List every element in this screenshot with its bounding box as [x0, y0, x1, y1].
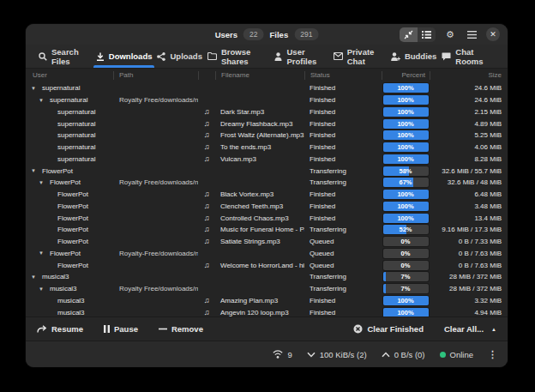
- online-status[interactable]: Online: [440, 350, 473, 359]
- upload-speed-indicator[interactable]: 0 B/s (0): [382, 350, 425, 359]
- download-speed-indicator[interactable]: 100 KiB/s (2): [307, 350, 367, 359]
- table-row[interactable]: ▼ FlowerPot ♫ Welcome to HorrorLand - hi…: [27, 259, 506, 271]
- column-header-path[interactable]: Path: [113, 71, 198, 80]
- expander-icon[interactable]: ▼: [31, 274, 42, 280]
- user-name: FlowerPot: [50, 178, 81, 186]
- table-row[interactable]: ▼ supernatural Royalty Free/downloads/ni…: [27, 94, 506, 106]
- tab-private-chat[interactable]: Private Chat: [331, 45, 388, 68]
- column-header-percent[interactable]: Percent: [382, 71, 430, 80]
- filename-cell: [215, 94, 304, 106]
- table-row[interactable]: ▼ FlowerPot Royalty Free/downloads/nicot…: [27, 177, 506, 189]
- column-header-icon[interactable]: [198, 71, 215, 80]
- percent-cell: 0%: [382, 248, 430, 260]
- expander-icon[interactable]: ▼: [39, 180, 50, 185]
- filename-cell: Controlled Chaos.mp3: [215, 212, 304, 224]
- table-row[interactable]: ▼ FlowerPot ♫ Controlled Chaos.mp3 Finis…: [27, 212, 506, 224]
- users-count-badge: 22: [243, 28, 263, 40]
- chevron-up-icon: [382, 352, 390, 358]
- status-cell: Finished: [304, 118, 382, 130]
- table-row[interactable]: ▼ musical3 ♫ Amazing Plan.mp3 Finished 1…: [27, 295, 506, 307]
- clear-finished-button[interactable]: Clear Finished: [353, 324, 423, 334]
- resume-button[interactable]: Resume: [37, 324, 83, 334]
- status-text: Finished: [304, 84, 335, 92]
- status-cell: Finished: [304, 142, 382, 154]
- table-row[interactable]: ▼ supernatural ♫ Frost Waltz (Alternate)…: [27, 130, 506, 142]
- statusbar-menu-button[interactable]: ⋮: [488, 349, 497, 360]
- size-text: 9.16 MiB / 17.3 MiB: [442, 226, 506, 233]
- table-row[interactable]: ▼ FlowerPot ♫ Music for Funeral Home - P…: [27, 224, 506, 236]
- tab-user-profiles[interactable]: User Profiles: [272, 45, 330, 68]
- filetype-cell: [198, 177, 215, 189]
- size-cell: 4.89 MiB: [430, 118, 506, 130]
- table-row[interactable]: ▼ FlowerPot ♫ Satiate Strings.mp3 Queued…: [27, 236, 506, 248]
- progress-bar: 100%: [383, 190, 429, 199]
- size-text: 24.6 MiB: [474, 84, 506, 92]
- table-row[interactable]: ▼ supernatural ♫ Dark Star.mp3 Finished …: [27, 106, 506, 118]
- table-row[interactable]: ▼ FlowerPot Transferring 58%: [27, 165, 506, 177]
- filename-cell: To the ends.mp3: [215, 142, 304, 154]
- connections-indicator[interactable]: 9: [273, 350, 292, 359]
- expander-icon[interactable]: ▼: [39, 286, 50, 292]
- tab-uploads[interactable]: Uploads: [154, 45, 204, 68]
- filetype-cell: ♫: [198, 295, 215, 307]
- percent-cell: 100%: [382, 94, 430, 106]
- clear-all-button[interactable]: Clear All... ▲: [444, 324, 496, 334]
- table-row[interactable]: ▼ musical3 ♫ Angevin 120 loop.mp3 Finish…: [27, 306, 506, 317]
- tab-downloads[interactable]: Downloads: [93, 45, 155, 68]
- user-cell: ▼ FlowerPot: [27, 212, 113, 224]
- user-cell: ▼ musical3: [27, 295, 113, 307]
- path-cell: Royalty Free/downloads/nicoti: [113, 283, 198, 295]
- table-row[interactable]: ▼ supernatural Finished 100%: [27, 82, 506, 94]
- expander-icon[interactable]: ▼: [39, 250, 50, 256]
- tab-buddies[interactable]: Buddies: [388, 45, 439, 68]
- percent-cell: 7%: [382, 283, 430, 295]
- filetype-cell: ♫: [198, 130, 215, 142]
- music-note-icon: ♫: [204, 108, 210, 116]
- table-row[interactable]: ▼ FlowerPot Royalty-Free/downloads/nicot…: [27, 248, 506, 260]
- percent-cell: 67%: [382, 177, 430, 189]
- progress-label: 100%: [383, 142, 429, 152]
- tab-browse-shares[interactable]: Browse Shares: [205, 45, 273, 68]
- list-view-button[interactable]: [418, 27, 436, 42]
- column-header-user[interactable]: User: [27, 71, 113, 80]
- table-row[interactable]: ▼ FlowerPot ♫ Clenched Teeth.mp3 Finishe…: [27, 201, 506, 213]
- status-cell: Finished: [304, 154, 382, 166]
- progress-label: 0%: [383, 249, 429, 258]
- table-row[interactable]: ▼ musical3 Transferring 7%: [27, 271, 506, 283]
- main-menu-button[interactable]: [465, 27, 478, 41]
- collapse-arrows-button[interactable]: [400, 27, 418, 42]
- status-text: Queued: [304, 262, 334, 269]
- column-header-filename[interactable]: Filename: [215, 71, 304, 80]
- table-row[interactable]: ▼ supernatural ♫ Dreamy Flashback.mp3 Fi…: [27, 118, 506, 130]
- status-cell: Finished: [304, 212, 382, 224]
- table-row[interactable]: ▼ FlowerPot ♫ Black Vortex.mp3 Finished …: [27, 189, 506, 201]
- settings-button[interactable]: ⚙: [443, 27, 457, 41]
- column-header-status[interactable]: Status: [304, 71, 382, 80]
- expander-icon[interactable]: ▼: [39, 98, 50, 103]
- tab-chat-rooms[interactable]: Chat Rooms: [439, 45, 497, 68]
- pause-button[interactable]: Pause: [104, 324, 138, 334]
- expander-icon[interactable]: ▼: [31, 168, 42, 173]
- size-cell: 28 MiB / 372 MiB: [430, 271, 506, 283]
- table-row[interactable]: ▼ supernatural ♫ To the ends.mp3 Finishe…: [27, 142, 506, 154]
- remove-button[interactable]: Remove: [159, 324, 203, 334]
- progress-bar: 100%: [383, 202, 429, 211]
- table-row[interactable]: ▼ musical3 Royalty Free/downloads/nicoti…: [27, 283, 506, 295]
- size-text: 28 MiB / 372 MiB: [449, 273, 506, 280]
- status-text: Finished: [304, 202, 335, 210]
- table-row[interactable]: ▼ supernatural ♫ Vulcan.mp3 Finished 100…: [27, 154, 506, 166]
- tab-search-files[interactable]: Search Files: [36, 45, 93, 68]
- path-text: Royalty Free/downloads/nicoti: [113, 96, 198, 104]
- column-header-size[interactable]: Size: [430, 71, 506, 80]
- close-button[interactable]: ✕: [486, 27, 500, 41]
- expander-icon[interactable]: ▼: [31, 86, 42, 91]
- size-text: 6.48 MiB: [474, 190, 506, 198]
- path-cell: [113, 224, 198, 236]
- user-cell: ▼ FlowerPot: [27, 248, 113, 260]
- progress-bar: 100%: [383, 214, 429, 223]
- progress-bar: 52%: [383, 225, 429, 234]
- size-text: 4.94 MiB: [474, 309, 506, 317]
- status-cell: Transferring: [304, 165, 382, 177]
- filename-text: Welcome to HorrorLand - hi.mp: [215, 262, 304, 269]
- progress-bar: 100%: [383, 154, 429, 164]
